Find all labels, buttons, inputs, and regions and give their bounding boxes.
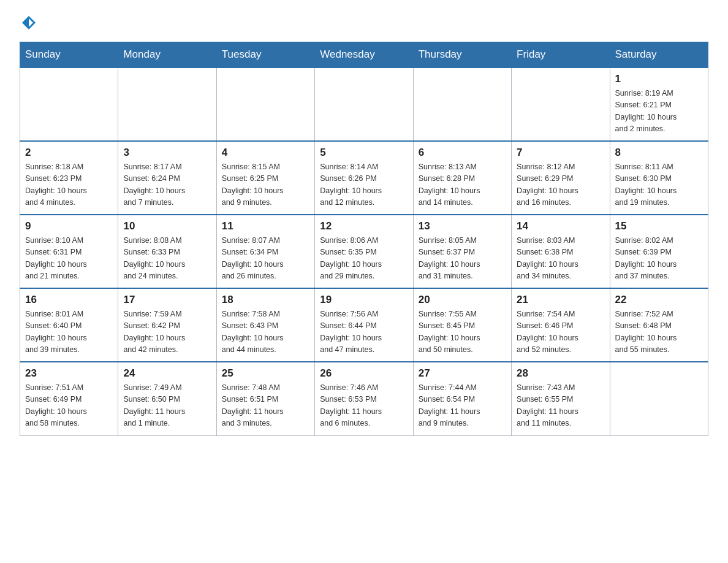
day-number: 28 <box>517 367 604 380</box>
day-number: 18 <box>222 294 309 306</box>
day-number: 3 <box>123 147 211 159</box>
calendar-cell: 15Sunrise: 8:02 AM Sunset: 6:39 PM Dayli… <box>610 215 708 288</box>
calendar-cell <box>20 67 118 141</box>
calendar-week-row: 16Sunrise: 8:01 AM Sunset: 6:40 PM Dayli… <box>20 288 708 362</box>
day-number: 2 <box>25 147 113 159</box>
day-info: Sunrise: 7:43 AM Sunset: 6:55 PM Dayligh… <box>517 382 604 430</box>
weekday-header-thursday: Thursday <box>413 42 511 68</box>
calendar-cell: 7Sunrise: 8:12 AM Sunset: 6:29 PM Daylig… <box>512 141 610 215</box>
day-info: Sunrise: 7:44 AM Sunset: 6:54 PM Dayligh… <box>419 382 506 430</box>
weekday-header-tuesday: Tuesday <box>216 42 314 68</box>
day-info: Sunrise: 8:12 AM Sunset: 6:29 PM Dayligh… <box>517 161 604 209</box>
calendar-cell: 11Sunrise: 8:07 AM Sunset: 6:34 PM Dayli… <box>216 215 314 288</box>
day-number: 25 <box>222 367 309 380</box>
day-number: 27 <box>419 367 506 380</box>
day-info: Sunrise: 8:02 AM Sunset: 6:39 PM Dayligh… <box>615 235 703 283</box>
calendar-cell: 21Sunrise: 7:54 AM Sunset: 6:46 PM Dayli… <box>512 288 610 362</box>
calendar-week-row: 9Sunrise: 8:10 AM Sunset: 6:31 PM Daylig… <box>20 215 708 288</box>
calendar-cell: 27Sunrise: 7:44 AM Sunset: 6:54 PM Dayli… <box>413 362 511 435</box>
calendar-cell: 4Sunrise: 8:15 AM Sunset: 6:25 PM Daylig… <box>216 141 314 215</box>
day-info: Sunrise: 8:05 AM Sunset: 6:37 PM Dayligh… <box>419 235 506 283</box>
calendar-week-row: 23Sunrise: 7:51 AM Sunset: 6:49 PM Dayli… <box>20 362 708 435</box>
weekday-header-saturday: Saturday <box>610 42 708 68</box>
calendar-table: SundayMondayTuesdayWednesdayThursdayFrid… <box>20 42 708 436</box>
day-number: 1 <box>615 73 703 85</box>
calendar-cell <box>118 67 216 141</box>
calendar-cell <box>216 67 314 141</box>
day-number: 22 <box>615 294 703 306</box>
calendar-body: 1Sunrise: 8:19 AM Sunset: 6:21 PM Daylig… <box>20 67 708 435</box>
day-number: 17 <box>123 294 211 306</box>
calendar-cell: 3Sunrise: 8:17 AM Sunset: 6:24 PM Daylig… <box>118 141 216 215</box>
calendar-cell: 17Sunrise: 7:59 AM Sunset: 6:42 PM Dayli… <box>118 288 216 362</box>
day-number: 19 <box>320 294 408 306</box>
calendar-cell: 6Sunrise: 8:13 AM Sunset: 6:28 PM Daylig… <box>413 141 511 215</box>
logo-flag-icon <box>21 15 37 31</box>
day-number: 4 <box>222 147 309 159</box>
calendar-cell: 24Sunrise: 7:49 AM Sunset: 6:50 PM Dayli… <box>118 362 216 435</box>
day-info: Sunrise: 8:06 AM Sunset: 6:35 PM Dayligh… <box>320 235 408 283</box>
day-number: 15 <box>615 220 703 232</box>
day-info: Sunrise: 7:46 AM Sunset: 6:53 PM Dayligh… <box>320 382 408 430</box>
weekday-header-friday: Friday <box>512 42 610 68</box>
calendar-cell: 10Sunrise: 8:08 AM Sunset: 6:33 PM Dayli… <box>118 215 216 288</box>
day-number: 26 <box>320 367 408 380</box>
calendar-cell: 5Sunrise: 8:14 AM Sunset: 6:26 PM Daylig… <box>315 141 413 215</box>
calendar-header: SundayMondayTuesdayWednesdayThursdayFrid… <box>20 42 708 68</box>
day-number: 16 <box>25 294 113 306</box>
day-info: Sunrise: 8:18 AM Sunset: 6:23 PM Dayligh… <box>25 161 113 209</box>
weekday-header-monday: Monday <box>118 42 216 68</box>
day-number: 21 <box>517 294 604 306</box>
day-info: Sunrise: 7:55 AM Sunset: 6:45 PM Dayligh… <box>419 308 506 356</box>
calendar-cell <box>610 362 708 435</box>
calendar-cell: 23Sunrise: 7:51 AM Sunset: 6:49 PM Dayli… <box>20 362 118 435</box>
day-number: 7 <box>517 147 604 159</box>
day-number: 20 <box>419 294 506 306</box>
day-info: Sunrise: 8:17 AM Sunset: 6:24 PM Dayligh… <box>123 161 211 209</box>
day-number: 24 <box>123 367 211 380</box>
day-info: Sunrise: 8:07 AM Sunset: 6:34 PM Dayligh… <box>222 235 309 283</box>
day-number: 8 <box>615 147 703 159</box>
calendar-cell: 14Sunrise: 8:03 AM Sunset: 6:38 PM Dayli… <box>512 215 610 288</box>
day-info: Sunrise: 8:08 AM Sunset: 6:33 PM Dayligh… <box>123 235 211 283</box>
day-number: 23 <box>25 367 113 380</box>
day-info: Sunrise: 8:19 AM Sunset: 6:21 PM Dayligh… <box>615 88 703 136</box>
calendar-cell: 28Sunrise: 7:43 AM Sunset: 6:55 PM Dayli… <box>512 362 610 435</box>
calendar-cell: 13Sunrise: 8:05 AM Sunset: 6:37 PM Dayli… <box>413 215 511 288</box>
day-number: 13 <box>419 220 506 232</box>
day-info: Sunrise: 7:54 AM Sunset: 6:46 PM Dayligh… <box>517 308 604 356</box>
day-number: 12 <box>320 220 408 232</box>
calendar-cell: 26Sunrise: 7:46 AM Sunset: 6:53 PM Dayli… <box>315 362 413 435</box>
calendar-cell: 20Sunrise: 7:55 AM Sunset: 6:45 PM Dayli… <box>413 288 511 362</box>
day-number: 10 <box>123 220 211 232</box>
calendar-cell <box>315 67 413 141</box>
day-info: Sunrise: 8:03 AM Sunset: 6:38 PM Dayligh… <box>517 235 604 283</box>
day-info: Sunrise: 8:10 AM Sunset: 6:31 PM Dayligh… <box>25 235 113 283</box>
day-info: Sunrise: 7:51 AM Sunset: 6:49 PM Dayligh… <box>25 382 113 430</box>
calendar-cell: 12Sunrise: 8:06 AM Sunset: 6:35 PM Dayli… <box>315 215 413 288</box>
calendar-cell: 16Sunrise: 8:01 AM Sunset: 6:40 PM Dayli… <box>20 288 118 362</box>
weekday-header-sunday: Sunday <box>20 42 118 68</box>
calendar-cell: 22Sunrise: 7:52 AM Sunset: 6:48 PM Dayli… <box>610 288 708 362</box>
day-number: 9 <box>25 220 113 232</box>
day-number: 11 <box>222 220 309 232</box>
calendar-cell: 2Sunrise: 8:18 AM Sunset: 6:23 PM Daylig… <box>20 141 118 215</box>
day-info: Sunrise: 7:58 AM Sunset: 6:43 PM Dayligh… <box>222 308 309 356</box>
calendar-cell <box>413 67 511 141</box>
day-number: 5 <box>320 147 408 159</box>
calendar-cell: 25Sunrise: 7:48 AM Sunset: 6:51 PM Dayli… <box>216 362 314 435</box>
day-info: Sunrise: 7:56 AM Sunset: 6:44 PM Dayligh… <box>320 308 408 356</box>
day-info: Sunrise: 7:59 AM Sunset: 6:42 PM Dayligh… <box>123 308 211 356</box>
day-info: Sunrise: 7:52 AM Sunset: 6:48 PM Dayligh… <box>615 308 703 356</box>
calendar-cell: 9Sunrise: 8:10 AM Sunset: 6:31 PM Daylig… <box>20 215 118 288</box>
weekday-header-row: SundayMondayTuesdayWednesdayThursdayFrid… <box>20 42 708 68</box>
calendar-week-row: 2Sunrise: 8:18 AM Sunset: 6:23 PM Daylig… <box>20 141 708 215</box>
day-info: Sunrise: 8:01 AM Sunset: 6:40 PM Dayligh… <box>25 308 113 356</box>
calendar-cell <box>512 67 610 141</box>
calendar-cell: 19Sunrise: 7:56 AM Sunset: 6:44 PM Dayli… <box>315 288 413 362</box>
logo-area <box>20 15 38 31</box>
day-number: 14 <box>517 220 604 232</box>
weekday-header-wednesday: Wednesday <box>315 42 413 68</box>
calendar-cell: 8Sunrise: 8:11 AM Sunset: 6:30 PM Daylig… <box>610 141 708 215</box>
day-info: Sunrise: 8:11 AM Sunset: 6:30 PM Dayligh… <box>615 161 703 209</box>
